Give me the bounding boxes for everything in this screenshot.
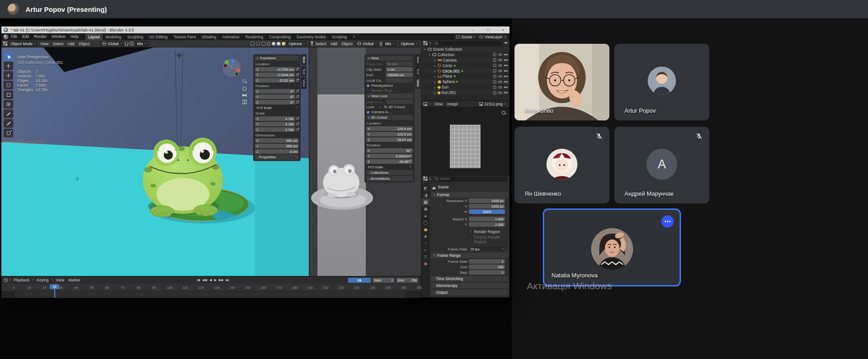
properties-search-input[interactable]: Search — [433, 177, 508, 181]
menu-edit[interactable]: Edit — [20, 33, 31, 40]
toggle-ortho-icon[interactable] — [243, 100, 247, 104]
workspace-tab-compositing[interactable]: Compositing — [266, 34, 293, 40]
scene-clear-icon[interactable]: × — [473, 35, 475, 38]
selectable-checkbox-icon[interactable]: ✓ — [493, 75, 496, 78]
location-y-field[interactable]: Y-2.3208 cm — [255, 73, 299, 77]
outliner-row-sun-001[interactable]: ▸ Sun.001 ✓ — [421, 90, 509, 95]
cursor-location-z-field[interactable]: Z28.07 cm — [366, 137, 413, 142]
properties-tab-scene-icon[interactable]: ▲ — [421, 212, 430, 219]
workspace-tab-modeling[interactable]: Modeling — [103, 34, 125, 40]
outliner-row-sphere[interactable]: ▸ Sphere ✓ — [421, 79, 509, 84]
transform-panel-header[interactable]: ▾ Transform — [255, 56, 299, 61]
lock-icon[interactable] — [296, 90, 299, 93]
timeline-menu-marker[interactable]: Marker — [67, 278, 82, 282]
lock-icon[interactable] — [296, 118, 299, 120]
scene-selector[interactable]: Scene × — [454, 34, 477, 40]
cursor-rotation-z-field[interactable]: Z-26.667° — [366, 159, 413, 164]
annotations-panel-header[interactable]: › Annotations — [366, 176, 413, 181]
lock-icon[interactable] — [296, 96, 299, 98]
vp2-menu-object[interactable]: Object — [340, 42, 354, 46]
properties-tab-data-icon[interactable]: ▽ — [421, 253, 430, 260]
properties-tab-constraints-icon[interactable]: ◐ — [421, 246, 430, 253]
image-menu-view[interactable]: View — [433, 102, 444, 106]
snap-mix-dropdown[interactable]: Mix ∨ — [383, 41, 396, 47]
passepartout-checkbox-row[interactable]: ✓ Passepartout — [366, 83, 413, 88]
close-button[interactable]: × — [497, 26, 509, 33]
zoom-icon[interactable] — [243, 79, 247, 83]
collections-panel-header[interactable]: › Collections — [366, 170, 413, 175]
participant-tile-andrey[interactable]: А Андрей Марунчак — [614, 127, 709, 203]
workspace-tab-uv-editing[interactable]: UV Editing — [146, 34, 170, 40]
current-frame-field[interactable]: 26 — [348, 278, 371, 283]
lock-icon[interactable] — [296, 123, 299, 125]
vp1-menu-add[interactable]: Add — [66, 42, 76, 46]
zoom-icon[interactable] — [502, 111, 506, 115]
timeline-ruler[interactable]: 0 10 20 30 40 50 60 70 80 90 100 110 120… — [1, 284, 421, 291]
frame-end-row[interactable]: End 250 — [431, 265, 508, 269]
lock-icon[interactable] — [296, 79, 299, 82]
cursor-rotation-y-field[interactable]: Y0.000014° — [366, 154, 413, 158]
cursor-location-x-field[interactable]: X-125.9 cm — [366, 126, 413, 131]
timeline-editor-icon[interactable] — [4, 278, 8, 282]
editor-type-icon[interactable] — [423, 177, 427, 181]
properties-tab-tool-icon[interactable]: ◩ — [421, 185, 430, 192]
snap-magnet-icon[interactable] — [380, 42, 382, 46]
lock-icon[interactable] — [296, 101, 299, 104]
properties-tab-world-icon[interactable]: ◯ — [421, 219, 430, 226]
expand-icon[interactable]: ▾ — [428, 53, 431, 56]
properties-tab-viewlayer-icon[interactable]: ▣ — [421, 205, 430, 212]
n-panel-tab-tool[interactable]: Tool — [415, 66, 421, 77]
workspace-tab-animation[interactable]: Animation — [219, 34, 242, 40]
scale-x-field[interactable]: X4.782 — [255, 116, 299, 121]
selectable-checkbox-icon[interactable]: ✓ — [493, 91, 496, 94]
snap-mix-dropdown[interactable]: Mix ∨ — [135, 41, 148, 47]
tool-transform[interactable] — [4, 100, 13, 109]
lock-icon[interactable] — [296, 68, 299, 71]
previous-keyframe-button[interactable]: ◀◀ — [202, 278, 207, 282]
snap-magnet-icon[interactable] — [125, 42, 128, 46]
properties-tab-material-icon[interactable]: ◉ — [421, 260, 430, 267]
xray-toggle-icon[interactable] — [261, 42, 265, 46]
3d-cursor-panel-header[interactable]: ▾ 3D Cursor — [366, 115, 413, 120]
resolution-x-row[interactable]: Resolution X 1920 px — [431, 198, 508, 203]
eye-visibility-icon[interactable] — [498, 64, 502, 67]
image-clear-icon[interactable]: × — [504, 102, 506, 105]
lock-to-object-row[interactable]: Lock to O... — [366, 99, 413, 104]
workspace-tab-sculpting[interactable]: Sculpting — [125, 34, 146, 40]
outliner-row-circle[interactable]: ▸ Circle ✓ — [421, 63, 509, 68]
tool-measure[interactable] — [4, 119, 13, 128]
menu-render[interactable]: Render — [31, 33, 49, 40]
aspect-x-row[interactable]: Aspect X 1.000 — [431, 217, 508, 221]
outliner-search-input[interactable] — [433, 41, 502, 46]
jump-to-start-button[interactable]: |◀ — [197, 278, 200, 282]
outliner-row-collection[interactable]: ▾ Collection ✓ — [421, 52, 509, 57]
tool-rotate[interactable] — [4, 81, 13, 89]
orientation-dropdown[interactable]: Global ∨ — [355, 41, 379, 47]
filter-funnel-icon[interactable] — [504, 42, 508, 44]
eye-visibility-icon[interactable] — [498, 81, 502, 83]
time-stretching-panel-header[interactable]: › Time Stretching — [431, 276, 508, 281]
n-panel-tab-item[interactable]: Item — [415, 54, 421, 66]
image-editor-type-icon[interactable] — [423, 102, 427, 106]
selectable-checkbox-icon[interactable]: ✓ — [493, 53, 496, 56]
participant-tile-yan[interactable]: Ян Шевченко — [515, 127, 609, 203]
selectable-checkbox-icon[interactable]: ✓ — [493, 80, 496, 83]
camera-to-view-row[interactable]: ✓ Camera to ... — [366, 110, 413, 114]
editor-type-icon[interactable] — [423, 41, 427, 45]
render-visibility-icon[interactable] — [504, 64, 508, 67]
expand-icon[interactable]: ▸ — [433, 64, 437, 67]
participant-tile-natalia[interactable]: ⋯ Natalia Myronova — [543, 208, 681, 286]
expand-icon[interactable]: ▸ — [433, 91, 437, 94]
outliner-row-circle-001[interactable]: ▸ Circle.001 ✓ — [421, 68, 509, 74]
camera-view-icon[interactable] — [242, 94, 247, 97]
render-visibility-icon[interactable] — [504, 81, 508, 83]
frame-rate-row[interactable]: Frame Rate 25 fps∨ — [431, 247, 508, 251]
navigation-gizmo[interactable] — [222, 58, 242, 78]
image-datablock-selector[interactable]: 12312.png × — [477, 101, 508, 107]
selectable-checkbox-icon[interactable]: ✓ — [493, 64, 496, 67]
next-keyframe-button[interactable]: ▶▶ — [219, 278, 224, 282]
shading-material-icon[interactable] — [277, 42, 281, 46]
n-panel-tab-tool[interactable]: Tool — [301, 66, 307, 77]
n-panel-tab-item[interactable]: Item — [301, 54, 307, 66]
eye-visibility-icon[interactable] — [498, 86, 502, 88]
